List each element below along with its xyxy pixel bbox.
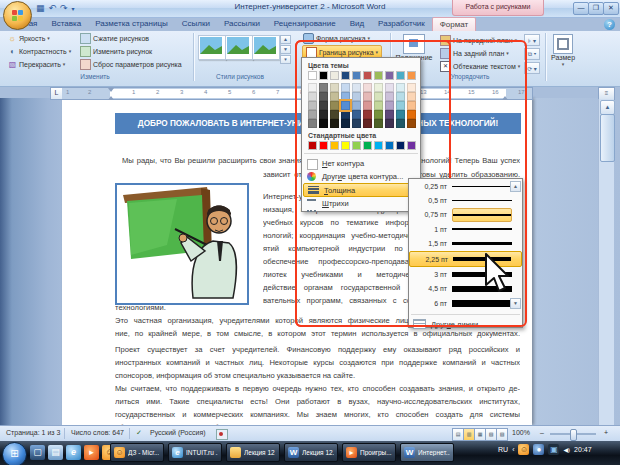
theme-color-swatch[interactable] [385,83,394,92]
standard-color-swatch[interactable] [341,141,350,150]
standard-color-swatch[interactable] [308,141,317,150]
ie-quicklaunch-icon[interactable]: e [66,445,81,460]
submenu-scroll-up-icon[interactable]: ▲ [510,181,521,192]
volume-tray-icon[interactable]: ◀) [563,446,570,453]
standard-color-swatch[interactable] [352,141,361,150]
theme-color-swatch[interactable] [374,83,383,92]
zoom-slider[interactable] [550,433,596,435]
tab-Ссылки[interactable]: Ссылки [175,17,217,30]
menu-item-more-lines[interactable]: Другие линии... [409,318,522,331]
menu-item-more-outline-colors[interactable]: Другие цвета контура... [302,170,420,183]
theme-color-swatch[interactable] [407,119,416,128]
weight-option[interactable]: 1,5 пт [409,237,522,251]
theme-color-swatch[interactable] [352,119,361,128]
zoom-out-icon[interactable]: – [540,429,544,436]
display-quicklaunch-icon[interactable]: ▢ [30,445,45,460]
theme-color-swatch[interactable] [330,92,339,101]
tray-collapse-icon[interactable]: ‹ [512,446,514,453]
theme-color-swatch[interactable] [330,83,339,92]
theme-color-swatch[interactable] [385,110,394,119]
network-tray-icon[interactable]: ▣ [548,444,559,455]
media-player-quicklaunch-icon[interactable]: ▸ [84,445,99,460]
contrast-button[interactable]: ◐ Контрастность ▾ [8,46,71,57]
theme-color-swatch[interactable] [341,110,350,119]
theme-color-swatch[interactable] [385,101,394,110]
align-button[interactable]: ⊧ ▾ [524,34,540,46]
menu-resize-grip[interactable]: ▪ ▪ ▪ ▪ [409,331,522,336]
hanging-indent-marker[interactable] [108,93,114,100]
zoom-slider-thumb[interactable] [570,429,577,441]
standard-color-swatch[interactable] [330,141,339,150]
messenger-tray-icon[interactable]: ☺ [518,444,529,455]
theme-color-swatch[interactable] [407,110,416,119]
taskbar-button[interactable]: WЛекция 12... [284,443,338,462]
tab-Рецензирование[interactable]: Рецензирование [267,17,343,30]
theme-color-swatch[interactable] [363,101,372,110]
theme-color-swatch[interactable] [374,71,383,80]
theme-color-swatch[interactable] [396,71,405,80]
theme-color-swatch[interactable] [308,92,317,101]
standard-color-swatch[interactable] [396,141,405,150]
theme-color-swatch[interactable] [319,83,328,92]
theme-color-swatch[interactable] [385,119,394,128]
taskbar-button[interactable]: eINTUIT.ru ... [168,443,222,462]
theme-color-swatch[interactable] [308,110,317,119]
document-picture-teacher-clipart[interactable] [115,183,249,305]
theme-color-swatch[interactable] [396,101,405,110]
tab-Рассылки[interactable]: Рассылки [217,17,267,30]
theme-color-swatch[interactable] [396,83,405,92]
taskbar-button[interactable]: Лекция 12 [226,443,280,462]
menu-item-weight[interactable]: Толщина ▸ [303,183,419,197]
theme-color-swatch[interactable] [352,110,361,119]
help-icon[interactable]: ? [604,19,615,30]
tab-Формат[interactable]: Формат [432,17,476,31]
theme-color-swatch[interactable] [407,92,416,101]
menu-item-no-outline[interactable]: Нет контура [302,157,420,170]
right-indent-marker[interactable] [502,93,508,100]
theme-color-swatch[interactable] [330,101,339,110]
taskbar-button[interactable]: ☺ДЗ - Micr... [110,443,164,462]
theme-color-swatch[interactable] [407,83,416,92]
weight-option[interactable]: 0,5 пт [409,193,522,207]
theme-color-swatch[interactable] [363,71,372,80]
theme-color-swatch[interactable] [330,119,339,128]
taskbar-button[interactable]: ▸Проигры... [342,443,396,462]
maximize-button[interactable]: ❐ [588,2,604,15]
theme-color-swatch[interactable] [319,71,328,80]
theme-color-swatch[interactable] [363,92,372,101]
language-indicator[interactable]: Русский (Россия) [150,429,206,436]
theme-color-swatch[interactable] [352,92,361,101]
horizontal-ruler[interactable]: 123456789101112131415162117 [62,87,533,100]
picture-shape-button[interactable]: Форма рисунка ▾ [303,33,370,44]
gallery-scroll-up-icon[interactable]: ▲ [280,35,291,44]
group-button[interactable]: ⧉ ▾ [524,48,540,60]
theme-color-swatch[interactable] [341,119,350,128]
theme-color-swatch[interactable] [374,92,383,101]
theme-color-swatch[interactable] [385,71,394,80]
weight-option[interactable]: 3 пт [409,267,522,281]
weight-option[interactable]: 0,25 пт [409,179,522,193]
explorer-quicklaunch-icon[interactable]: ▤ [48,445,63,460]
theme-color-swatch[interactable] [396,92,405,101]
bring-to-front-button[interactable]: На передний план ▾ [440,35,517,46]
theme-color-swatch[interactable] [308,101,317,110]
scroll-up-icon[interactable]: ▲ [600,100,615,115]
standard-color-swatch[interactable] [385,141,394,150]
tab-Вид[interactable]: Вид [343,17,371,30]
vertical-scrollbar[interactable]: ▲ [598,99,614,425]
proofing-icon[interactable]: ✓ [136,429,142,437]
theme-color-swatch[interactable] [352,83,361,92]
weight-option[interactable]: 2,25 пт [409,251,522,267]
standard-color-swatch[interactable] [319,141,328,150]
size-button[interactable]: Размер ▾ [548,34,578,78]
theme-color-swatch[interactable] [341,83,350,92]
scrollbar-thumb[interactable] [600,114,615,162]
keyboard-language-indicator[interactable]: RU [498,446,508,453]
theme-color-swatch[interactable] [363,110,372,119]
weight-option[interactable]: 6 пт [409,296,522,310]
theme-color-swatch[interactable] [330,110,339,119]
theme-color-swatch[interactable] [330,71,339,80]
theme-color-swatch[interactable] [319,110,328,119]
recolor-button[interactable]: ▧ Перекрасить ▾ [8,59,65,70]
send-to-back-button[interactable]: На задний план ▾ [440,48,509,59]
